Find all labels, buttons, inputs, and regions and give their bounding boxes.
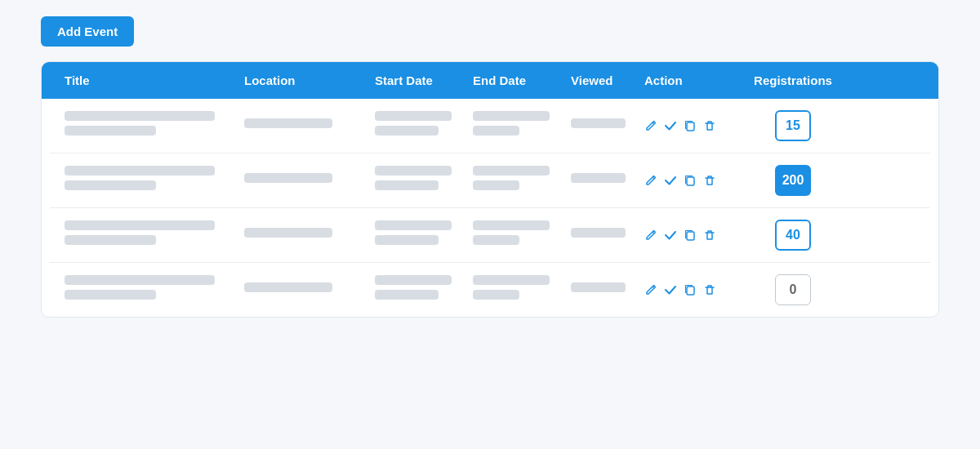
skeleton — [65, 111, 215, 121]
cell-viewed-4 — [564, 282, 638, 297]
cell-viewed-1 — [564, 118, 638, 133]
events-table: Title Location Start Date End Date Viewe… — [41, 61, 939, 318]
reg-badge-4[interactable]: 0 — [775, 274, 811, 305]
skeleton — [571, 173, 626, 183]
table-body: 15 — [42, 99, 938, 317]
reg-badge-2[interactable]: 200 — [775, 165, 811, 196]
copy-icon[interactable] — [684, 283, 697, 296]
cell-location-2 — [238, 173, 368, 188]
cell-location-1 — [238, 118, 368, 133]
col-viewed: Viewed — [564, 62, 638, 99]
reg-cell-4[interactable]: 0 — [744, 274, 842, 305]
edit-icon[interactable] — [644, 283, 657, 296]
skeleton — [375, 166, 452, 176]
skeleton — [375, 235, 439, 245]
cell-title-4 — [58, 275, 238, 305]
skeleton — [375, 111, 452, 121]
svg-rect-1 — [687, 177, 694, 185]
cell-title-2 — [58, 166, 238, 195]
page-container: Add Event Title Location Start Date End … — [41, 16, 939, 318]
col-start-date: Start Date — [368, 62, 466, 99]
col-location: Location — [238, 62, 368, 99]
skeleton — [244, 118, 332, 128]
cell-start-3 — [368, 220, 466, 250]
skeleton — [375, 180, 439, 190]
cell-start-2 — [368, 166, 466, 195]
copy-icon[interactable] — [684, 119, 697, 132]
skeleton — [473, 275, 550, 285]
action-cell-4 — [638, 283, 744, 296]
add-event-button[interactable]: Add Event — [41, 16, 134, 47]
delete-icon[interactable] — [703, 283, 716, 296]
col-end-date: End Date — [466, 62, 564, 99]
action-cell-1 — [638, 119, 744, 132]
skeleton — [65, 235, 156, 245]
confirm-icon[interactable] — [664, 229, 677, 242]
table-row: 15 — [50, 99, 930, 153]
table-header: Title Location Start Date End Date Viewe… — [42, 62, 938, 99]
skeleton — [375, 220, 452, 230]
cell-title-1 — [58, 111, 238, 140]
table-row: 200 — [50, 153, 930, 208]
skeleton — [375, 275, 452, 285]
skeleton — [65, 275, 215, 285]
cell-viewed-2 — [564, 173, 638, 188]
copy-icon[interactable] — [684, 174, 697, 187]
reg-badge-1[interactable]: 15 — [775, 110, 811, 141]
action-cell-2 — [638, 174, 744, 187]
skeleton — [65, 126, 156, 136]
confirm-icon[interactable] — [664, 119, 677, 132]
skeleton — [65, 180, 156, 190]
svg-rect-0 — [687, 122, 694, 131]
delete-icon[interactable] — [703, 174, 716, 187]
reg-cell-1[interactable]: 15 — [744, 110, 842, 141]
svg-rect-2 — [687, 232, 694, 240]
col-action: Action — [638, 62, 744, 99]
cell-location-3 — [238, 228, 368, 242]
col-title: Title — [58, 62, 238, 99]
skeleton — [375, 290, 439, 300]
table-row: 40 — [50, 208, 930, 263]
edit-icon[interactable] — [644, 119, 657, 132]
cell-viewed-3 — [564, 228, 638, 242]
copy-icon[interactable] — [684, 229, 697, 242]
cell-location-4 — [238, 282, 368, 297]
reg-badge-3[interactable]: 40 — [775, 220, 811, 251]
confirm-icon[interactable] — [664, 174, 677, 187]
skeleton — [473, 180, 519, 190]
skeleton — [571, 228, 626, 238]
edit-icon[interactable] — [644, 174, 657, 187]
table-row: 0 — [50, 263, 930, 317]
cell-end-1 — [466, 111, 564, 140]
confirm-icon[interactable] — [664, 283, 677, 296]
cell-end-4 — [466, 275, 564, 305]
skeleton — [473, 126, 519, 136]
skeleton — [375, 126, 439, 136]
edit-icon[interactable] — [644, 229, 657, 242]
skeleton — [65, 290, 156, 300]
skeleton — [571, 282, 626, 292]
skeleton — [244, 173, 332, 183]
skeleton — [473, 111, 550, 121]
skeleton — [244, 228, 332, 238]
cell-start-1 — [368, 111, 466, 140]
cell-end-2 — [466, 166, 564, 195]
delete-icon[interactable] — [703, 229, 716, 242]
reg-cell-3[interactable]: 40 — [744, 220, 842, 251]
cell-start-4 — [368, 275, 466, 305]
col-registrations: Registrations — [744, 62, 842, 99]
skeleton — [571, 118, 626, 128]
skeleton — [65, 166, 215, 176]
skeleton — [473, 235, 519, 245]
cell-title-3 — [58, 220, 238, 250]
skeleton — [473, 166, 550, 176]
skeleton — [65, 220, 215, 230]
svg-rect-3 — [687, 287, 694, 295]
reg-cell-2[interactable]: 200 — [744, 165, 842, 196]
cell-end-3 — [466, 220, 564, 250]
skeleton — [473, 220, 550, 230]
skeleton — [244, 282, 332, 292]
action-cell-3 — [638, 229, 744, 242]
delete-icon[interactable] — [703, 119, 716, 132]
skeleton — [473, 290, 519, 300]
